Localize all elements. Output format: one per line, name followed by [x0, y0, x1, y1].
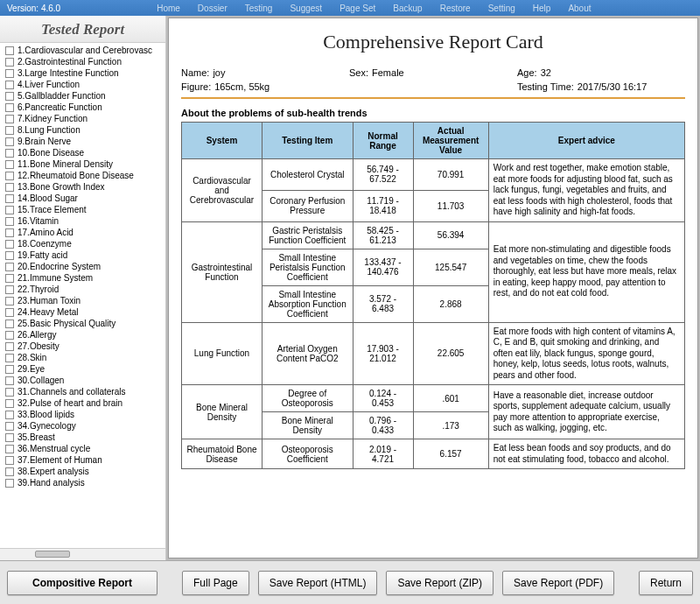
- main-panel: Comprehensive Report Card Name:joy Sex:F…: [166, 16, 700, 560]
- tree-item-label: 24.Heavy Metal: [18, 307, 78, 317]
- value-cell: 2.868: [413, 285, 488, 322]
- tree-item[interactable]: 33.Blood lipids: [4, 409, 162, 420]
- tree-item[interactable]: 2.Gastrointestinal Function: [4, 56, 162, 67]
- tree-item[interactable]: 32.Pulse of heart and brain: [4, 397, 162, 409]
- tree-item[interactable]: 15.Trace Element: [4, 204, 162, 215]
- tree-item[interactable]: 5.Gallbladder Function: [4, 90, 162, 102]
- menu-item[interactable]: Suggest: [290, 4, 322, 13]
- tree-item[interactable]: 23.Human Toxin: [4, 295, 162, 306]
- tree-item[interactable]: 34.Gynecology: [4, 420, 162, 432]
- document-icon: [5, 456, 14, 465]
- value-cell: .173: [413, 412, 488, 439]
- item-cell: Gastric Peristalsis Function Coefficient: [262, 221, 354, 249]
- menu-item[interactable]: About: [568, 4, 591, 13]
- tree-item[interactable]: 4.Liver Function: [4, 79, 162, 90]
- tree-item-label: 15.Trace Element: [18, 205, 87, 214]
- tree-item[interactable]: 29.Eye: [4, 363, 162, 375]
- document-icon: [5, 342, 14, 351]
- tree-item[interactable]: 20.Endocrine System: [4, 261, 162, 272]
- menu-item[interactable]: Help: [533, 4, 551, 13]
- document-icon: [5, 149, 14, 158]
- tree-item[interactable]: 3.Large Intestine Function: [4, 67, 162, 79]
- document-icon: [5, 433, 14, 442]
- tree-item[interactable]: 17.Amino Acid: [4, 227, 162, 238]
- tree-item[interactable]: 25.Basic Physical Quality: [4, 318, 162, 329]
- menu-item[interactable]: Home: [157, 4, 180, 13]
- column-header: System: [182, 123, 262, 159]
- tree-item[interactable]: 18.Coenzyme: [4, 238, 162, 249]
- tree-item-label: 25.Basic Physical Quality: [18, 319, 116, 328]
- horizontal-scrollbar[interactable]: [0, 548, 165, 560]
- tree-item[interactable]: 38.Expert analysis: [4, 466, 162, 477]
- menu-item[interactable]: Backup: [393, 4, 422, 13]
- tree-item-label: 34.Gynecology: [18, 421, 76, 431]
- tree-item[interactable]: 28.Skin: [4, 352, 162, 363]
- tree-item[interactable]: 6.Pancreatic Function: [4, 102, 162, 113]
- tree-item[interactable]: 36.Menstrual cycle: [4, 443, 162, 454]
- tree-item[interactable]: 9.Brain Nerve: [4, 136, 162, 147]
- table-row: Cardiovascular and CerebrovascularCholes…: [182, 159, 685, 191]
- range-cell: 2.019 - 4.721: [353, 439, 413, 469]
- tree-item[interactable]: 21.Immune System: [4, 272, 162, 284]
- tree-item[interactable]: 7.Kidney Function: [4, 113, 162, 124]
- report-tree[interactable]: 1.Cardiovascular and Cerebrovasc2.Gastro…: [0, 43, 165, 548]
- tree-item[interactable]: 24.Heavy Metal: [4, 306, 162, 318]
- advice-cell: Eat less bean foods and soy products, an…: [488, 439, 684, 469]
- tree-item-label: 2.Gastrointestinal Function: [18, 57, 122, 67]
- tree-item-label: 39.Hand analysis: [18, 478, 85, 488]
- item-cell: Bone Mineral Density: [262, 412, 354, 439]
- range-cell: 58.425 - 61.213: [353, 221, 413, 249]
- document-icon: [5, 388, 14, 397]
- system-cell: Rheumatoid Bone Disease: [182, 439, 262, 469]
- tree-item[interactable]: 31.Channels and collaterals: [4, 386, 162, 397]
- top-bar: Version: 4.6.0 HomeDossierTestingSuggest…: [0, 0, 700, 16]
- range-cell: 11.719 - 18.418: [353, 190, 413, 221]
- tree-item-label: 3.Large Intestine Function: [18, 68, 119, 78]
- full-page-button[interactable]: Full Page: [182, 571, 249, 595]
- save-pdf-button[interactable]: Save Report (PDF): [502, 571, 614, 595]
- compositive-report-button[interactable]: Compositive Report: [7, 571, 158, 595]
- menu-item[interactable]: Restore: [440, 4, 471, 13]
- document-icon: [5, 354, 14, 362]
- menu-item[interactable]: Page Set: [340, 4, 375, 13]
- document-icon: [5, 81, 14, 89]
- tree-item-label: 12.Rheumatoid Bone Disease: [18, 171, 134, 180]
- tree-item[interactable]: 19.Fatty acid: [4, 249, 162, 261]
- tree-item[interactable]: 35.Breast: [4, 432, 162, 443]
- item-cell: Degree of Osteoporosis: [262, 385, 354, 412]
- tree-item[interactable]: 11.Bone Mineral Density: [4, 158, 162, 170]
- tree-item[interactable]: 37.Element of Human: [4, 454, 162, 466]
- tree-item-label: 6.Pancreatic Function: [18, 102, 102, 112]
- column-header: Expert advice: [488, 123, 684, 159]
- tree-item-label: 8.Lung Function: [18, 125, 80, 135]
- return-button[interactable]: Return: [639, 571, 693, 595]
- tree-item-label: 27.Obesity: [18, 341, 60, 351]
- save-zip-button[interactable]: Save Report (ZIP): [386, 571, 494, 595]
- document-icon: [5, 69, 14, 78]
- tree-item[interactable]: 8.Lung Function: [4, 124, 162, 136]
- menu-item[interactable]: Testing: [245, 4, 273, 13]
- document-icon: [5, 411, 14, 419]
- tree-item-label: 31.Channels and collaterals: [18, 387, 125, 397]
- value-cell: .601: [413, 385, 488, 412]
- tree-item[interactable]: 1.Cardiovascular and Cerebrovasc: [4, 45, 162, 56]
- tree-item-label: 26.Allergy: [18, 330, 56, 340]
- tree-item[interactable]: 10.Bone Disease: [4, 147, 162, 158]
- tree-item[interactable]: 16.Vitamin: [4, 215, 162, 227]
- tree-item[interactable]: 26.Allergy: [4, 329, 162, 341]
- document-icon: [5, 399, 14, 408]
- tree-item[interactable]: 39.Hand analysis: [4, 477, 162, 488]
- tree-item[interactable]: 30.Collagen: [4, 375, 162, 386]
- tree-item-label: 13.Bone Growth Index: [18, 182, 105, 192]
- tree-item[interactable]: 12.Rheumatoid Bone Disease: [4, 170, 162, 181]
- tree-item[interactable]: 13.Bone Growth Index: [4, 181, 162, 193]
- tree-item[interactable]: 22.Thyroid: [4, 284, 162, 295]
- tree-item[interactable]: 27.Obesity: [4, 341, 162, 352]
- tree-item[interactable]: 14.Blood Sugar: [4, 193, 162, 204]
- menu-item[interactable]: Dossier: [198, 4, 228, 13]
- document-icon: [5, 58, 14, 67]
- sidebar: Tested Report 1.Cardiovascular and Cereb…: [0, 16, 166, 560]
- tree-item-label: 10.Bone Disease: [18, 148, 84, 158]
- save-html-button[interactable]: Save Report (HTML): [258, 571, 378, 595]
- menu-item[interactable]: Setting: [488, 4, 515, 13]
